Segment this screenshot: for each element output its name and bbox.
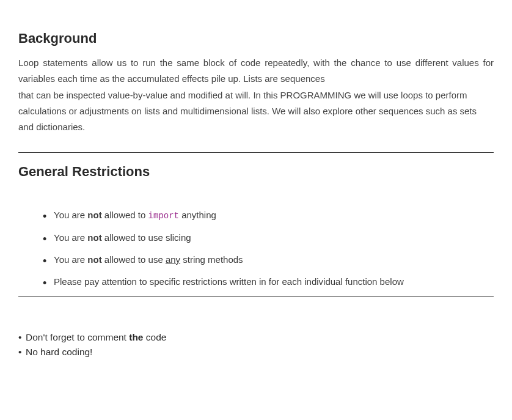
text-fragment: No hard coding! (26, 347, 92, 357)
background-heading: Background (18, 31, 494, 46)
bold-text: not (87, 254, 101, 265)
list-item: Don't forget to comment the code (18, 330, 494, 345)
bold-text: not (87, 210, 101, 220)
text-fragment: allowed to use (102, 254, 166, 265)
list-item: Please pay attention to specific restric… (43, 271, 494, 293)
background-paragraph: Loop statements allow us to run the same… (18, 55, 494, 135)
text-fragment: You are (54, 254, 87, 265)
restrictions-list: You are not allowed to import anything Y… (18, 204, 494, 292)
text-fragment: anything (179, 210, 216, 220)
list-item: No hard coding! (18, 345, 494, 359)
text-fragment: Don't forget to comment (26, 332, 129, 342)
text-fragment: allowed to use slicing (102, 232, 191, 243)
divider-top (18, 152, 494, 153)
underline-text: any (166, 254, 180, 265)
text-fragment: You are (54, 232, 87, 243)
bold-text: not (87, 232, 101, 243)
code-text: import (148, 211, 179, 221)
list-item: You are not allowed to import anything (43, 204, 494, 226)
list-item: You are not allowed to use slicing (43, 227, 494, 249)
text-fragment: string methods (180, 254, 243, 265)
list-item: You are not allowed to use any string me… (43, 249, 494, 271)
text-fragment: code (143, 332, 166, 342)
divider-bottom (18, 296, 494, 297)
bold-text: the (129, 332, 143, 342)
background-text-line2: that can be inspected value-by-value and… (18, 87, 494, 136)
background-text-line1: Loop statements allow us to run the same… (18, 55, 494, 87)
notes-list: Don't forget to comment the code No hard… (18, 330, 494, 359)
restrictions-heading: General Restrictions (18, 164, 494, 180)
text-fragment: allowed to (102, 210, 148, 220)
text-fragment: You are (54, 210, 87, 220)
text-fragment: Please pay attention to specific restric… (54, 276, 404, 287)
